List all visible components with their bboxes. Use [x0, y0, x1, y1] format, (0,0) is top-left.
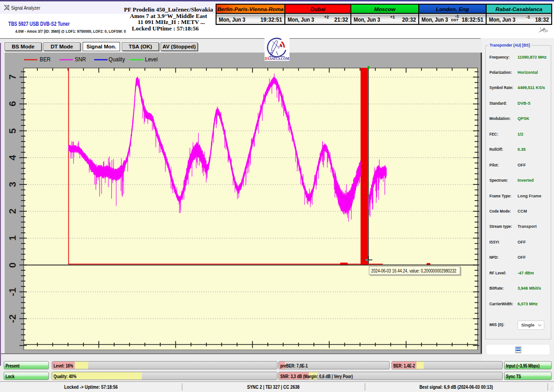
svg-text:DXSATCS.COM: DXSATCS.COM	[265, 57, 289, 61]
